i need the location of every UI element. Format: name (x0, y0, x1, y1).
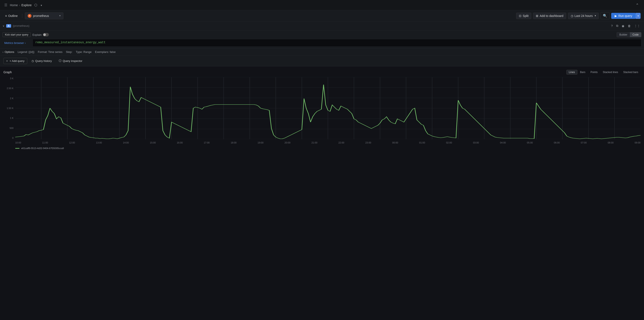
x-label-20: 20:00 (284, 141, 290, 144)
builder-mode-button[interactable]: Builder (617, 32, 630, 37)
query-copy-button[interactable]: ⧉ (615, 23, 620, 28)
bars-view-button[interactable]: Bars (578, 70, 588, 74)
metrics-browser-chevron: › (25, 42, 26, 44)
stacked-bars-label: Stacked bars (623, 71, 638, 74)
minimize-icon: ⌃ (636, 3, 639, 7)
y-label-3k: 3 K (10, 77, 14, 80)
breadcrumb-home[interactable]: Home (10, 4, 18, 7)
x-label-00: 00:00 (392, 141, 398, 144)
time-range-label: Last 24 hours (574, 14, 593, 18)
hamburger-menu-button[interactable]: ☰ (4, 2, 8, 8)
x-label-18: 18:00 (231, 141, 237, 144)
toolbar-left: ≡ Outline P prometheus ▾ (4, 12, 64, 19)
query-history-button[interactable]: ◷ Query history (29, 58, 54, 64)
y-label-2k: 2 K (10, 97, 14, 100)
x-label-12: 12:00 (69, 141, 75, 144)
points-view-button[interactable]: Points (588, 70, 600, 74)
history-icon: ◷ (32, 59, 34, 62)
x-axis-labels: 10:00 11:00 12:00 13:00 14:00 15:00 16:0… (15, 140, 640, 146)
more-icon: ⋮⋮ (634, 24, 640, 28)
x-label-01: 01:00 (419, 141, 425, 144)
chart-inner (15, 77, 640, 139)
y-axis-labels: 3 K 2.50 K 2 K 1.50 K 1 K 500 0 (4, 77, 15, 139)
query-controls-left: Kick start your query Explain (2, 32, 49, 37)
time-range-button[interactable]: ◷ Last 24 hours ▾ (568, 13, 599, 19)
query-panel: ∨ A (prometheus) ? ⧉ ◉ 🗑 (0, 22, 644, 66)
x-label-15: 15:00 (150, 141, 156, 144)
query-row-actions: ? ⧉ ◉ 🗑 ⋮⋮ (610, 23, 642, 28)
metrics-browser-container: Metrics browser › (2, 39, 32, 46)
x-label-23: 23:00 (365, 141, 371, 144)
breadcrumb-separator: › (19, 4, 20, 7)
query-input-wrapper: Metrics browser › remo_measured_instanta… (0, 37, 644, 48)
stacked-bars-view-button[interactable]: Stacked bars (621, 70, 640, 74)
x-label-19: 19:00 (258, 141, 264, 144)
add-query-button[interactable]: + + Add query (4, 58, 27, 64)
query-datasource-name: (prometheus) (13, 24, 29, 28)
graph-title: Graph (4, 70, 12, 74)
run-query-dropdown-button[interactable]: ▾ (636, 13, 640, 19)
options-toggle-button[interactable]: › Options (2, 50, 14, 54)
datasource-selector[interactable]: P prometheus ▾ (25, 12, 64, 19)
x-label-05: 05:00 (527, 141, 533, 144)
query-delete-button[interactable]: 🗑 (626, 23, 632, 28)
format-option: Format: Time series (38, 50, 62, 54)
metrics-browser-button[interactable]: Metrics browser › (2, 40, 30, 46)
query-inspector-button[interactable]: ⓘ Query inspector (56, 58, 85, 64)
x-label-14: 14:00 (123, 141, 129, 144)
plus-icon: + (6, 59, 8, 62)
split-button[interactable]: ⊡ Split (516, 13, 531, 19)
x-label-03: 03:00 (473, 141, 479, 144)
share-button[interactable]: ⬡ (34, 2, 38, 8)
query-inspector-label: Query inspector (63, 59, 82, 62)
query-help-button[interactable]: ? (610, 23, 614, 28)
outline-label: Outline (8, 14, 18, 18)
query-history-label: Query history (35, 59, 52, 62)
run-query-button[interactable]: ▶ Run query (611, 13, 636, 19)
x-label-07: 07:00 (581, 141, 587, 144)
kickstart-label: Kick start your query (5, 33, 28, 36)
chart-svg (15, 77, 640, 139)
x-label-13: 13:00 (96, 141, 102, 144)
query-label: A (6, 24, 11, 28)
add-to-dashboard-button[interactable]: ⊞ Add to dashboard (533, 13, 566, 19)
query-input-field[interactable]: remo_measured_instantaneous_energy_watt (32, 39, 642, 47)
toolbar-separator (22, 14, 22, 18)
toolbar: ≡ Outline P prometheus ▾ ⊡ Split ⊞ Add t… (0, 10, 644, 22)
points-label: Points (590, 71, 598, 74)
x-label-17: 17:00 (204, 141, 210, 144)
query-more-button[interactable]: ⋮⋮ (633, 23, 642, 28)
explain-toggle[interactable] (43, 33, 49, 36)
datasource-icon: P (28, 14, 32, 18)
y-label-500: 500 (10, 127, 14, 129)
run-query-dropdown-icon: ▾ (638, 14, 639, 17)
collapse-button[interactable]: ∨ (2, 24, 4, 28)
x-label-02: 02:00 (446, 141, 452, 144)
code-mode-button[interactable]: Code (630, 32, 641, 37)
hamburger-icon: ☰ (4, 3, 7, 7)
outline-button[interactable]: ≡ Outline (4, 13, 20, 18)
add-query-label: + Add query (10, 59, 25, 62)
top-nav: ☰ Home › Explore ⬡ ▾ ⌃ (0, 0, 644, 10)
builder-label: Builder (619, 33, 627, 36)
exemplars-option: Exemplars: false (95, 50, 116, 54)
graph-header: Graph Lines Bars Points Stacked lines (4, 70, 640, 74)
breadcrumb-explore: Explore (22, 4, 32, 7)
datasource-chevron: ▾ (59, 14, 61, 17)
query-visibility-button[interactable]: ◉ (620, 23, 626, 28)
stacked-lines-view-button[interactable]: Stacked lines (600, 70, 620, 74)
step-option: Step: (66, 50, 72, 54)
more-menu-button[interactable]: ▾ (40, 2, 43, 8)
graph-section: Graph Lines Bars Points Stacked lines (0, 66, 644, 320)
datasource-name: prometheus (33, 14, 49, 18)
zoom-out-button[interactable]: 🔍 (600, 12, 610, 19)
x-label-11: 11:00 (42, 141, 48, 144)
explain-row: Explain (32, 33, 49, 36)
top-nav-right: ⌃ (634, 3, 640, 8)
lines-label: Lines (569, 71, 575, 74)
x-label-16: 16:00 (177, 141, 183, 144)
lines-view-button[interactable]: Lines (566, 70, 577, 74)
kickstart-button[interactable]: Kick start your query (2, 32, 31, 37)
minimize-button[interactable]: ⌃ (634, 3, 640, 8)
help-icon: ? (611, 24, 613, 28)
